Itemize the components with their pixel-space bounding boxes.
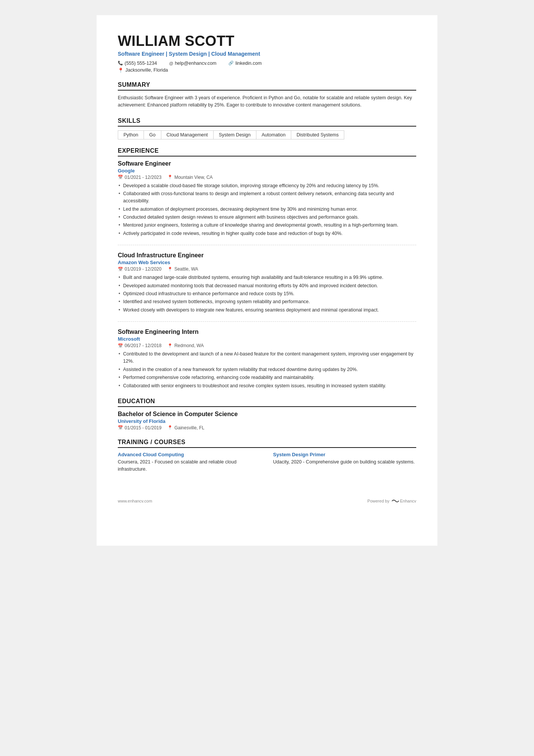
header-section: WILLIAM SCOTT Software Engineer | System… [118, 33, 416, 73]
course-title: Advanced Cloud Computing [118, 452, 261, 457]
calendar-icon: 📅 [118, 267, 123, 272]
experience-item: Software EngineerGoogle 📅 01/2021 - 12/2… [118, 160, 416, 246]
calendar-icon: 📅 [118, 175, 123, 180]
contact-row: 📞 (555) 555-1234 @ help@enhancv.com 🔗 li… [118, 61, 416, 66]
powered-by-label: Powered by [367, 499, 389, 503]
bullet-item: Optimized cloud infrastructure to enhanc… [118, 290, 416, 297]
bullet-item: Developed a scalable cloud-based file st… [118, 182, 416, 189]
footer-website: www.enhancv.com [118, 499, 152, 503]
experience-section: EXPERIENCE Software EngineerGoogle 📅 01/… [118, 147, 416, 390]
skills-row: PythonGoCloud ManagementSystem DesignAut… [118, 130, 416, 139]
training-section: TRAINING / COURSES Advanced Cloud Comput… [118, 439, 416, 473]
phone-number: (555) 555-1234 [125, 61, 157, 66]
edu-dates: 📅 01/2015 - 01/2019 [118, 425, 161, 430]
skill-tag: Cloud Management [161, 130, 214, 139]
skill-tag: Python [118, 130, 144, 139]
skill-tag: Distributed Systems [291, 130, 344, 139]
summary-heading: SUMMARY [118, 81, 416, 91]
experience-container: Software EngineerGoogle 📅 01/2021 - 12/2… [118, 160, 416, 390]
candidate-title: Software Engineer | System Design | Clou… [118, 51, 416, 57]
experience-heading: EXPERIENCE [118, 147, 416, 157]
job-title: Cloud Infrastructure Engineer [118, 252, 416, 259]
training-heading: TRAINING / COURSES [118, 439, 416, 448]
email-address: help@enhancv.com [175, 61, 217, 66]
course-item: System Design PrimerUdacity, 2020 - Comp… [273, 452, 416, 473]
job-location: 📍 Redmond, WA [167, 343, 204, 348]
job-location: 📍 Seattle, WA [167, 266, 198, 272]
linkedin-contact: 🔗 linkedin.com [228, 61, 261, 66]
calendar-icon: 📅 [118, 425, 123, 430]
footer: www.enhancv.com Powered by Enhancv [118, 495, 416, 504]
pin-icon: 📍 [167, 343, 173, 348]
company-name: Amazon Web Services [118, 260, 416, 265]
job-title: Software Engineer [118, 160, 416, 167]
location-icon: 📍 [118, 67, 124, 73]
enhancv-logo: Enhancv [392, 498, 416, 504]
bullet-item: Worked closely with developers to integr… [118, 307, 416, 314]
job-bullets: Developed a scalable cloud-based file st… [118, 182, 416, 238]
bullet-item: Assisted in the creation of a new framew… [118, 366, 416, 373]
location-text: Jacksonville, Florida [125, 67, 168, 73]
pin-icon: 📍 [167, 267, 173, 272]
job-location: 📍 Mountain View, CA [167, 175, 212, 180]
bullet-item: Contributed to the development and launc… [118, 351, 416, 365]
email-contact: @ help@enhancv.com [169, 61, 216, 66]
phone-icon: 📞 [118, 61, 123, 66]
job-meta: 📅 01/2021 - 12/2023 📍 Mountain View, CA [118, 175, 416, 180]
summary-section: SUMMARY Enthusiastic Software Engineer w… [118, 81, 416, 109]
linkedin-url: linkedin.com [235, 61, 261, 66]
company-name: Google [118, 168, 416, 174]
job-meta: 📅 06/2017 - 12/2018 📍 Redmond, WA [118, 343, 416, 348]
pin-icon: 📍 [167, 425, 173, 430]
job-title: Software Engineering Intern [118, 329, 416, 335]
skills-section: SKILLS PythonGoCloud ManagementSystem De… [118, 117, 416, 139]
course-description: Coursera, 2021 - Focused on scalable and… [118, 459, 261, 473]
bullet-item: Collaborated with cross-functional teams… [118, 190, 416, 205]
edu-school: University of Florida [118, 418, 416, 424]
courses-grid: Advanced Cloud ComputingCoursera, 2021 -… [118, 452, 416, 473]
bullet-item: Identified and resolved system bottlenec… [118, 298, 416, 305]
course-title: System Design Primer [273, 452, 416, 457]
pin-icon: 📍 [167, 175, 173, 180]
course-description: Udacity, 2020 - Comprehensive guide on b… [273, 459, 416, 466]
education-item: Bachelor of Science in Computer Science … [118, 411, 416, 430]
footer-brand: Powered by Enhancv [367, 498, 416, 504]
logo-svg [392, 498, 399, 504]
bullet-item: Actively participated in code reviews, r… [118, 230, 416, 237]
bullet-item: Collaborated with senior engineers to tr… [118, 382, 416, 390]
bullet-item: Mentored junior engineers, fostering a c… [118, 222, 416, 229]
candidate-name: WILLIAM SCOTT [118, 33, 416, 49]
summary-text: Enthusiastic Software Engineer with 3 ye… [118, 94, 416, 109]
edu-degree: Bachelor of Science in Computer Science [118, 411, 416, 418]
bullet-item: Developed automated monitoring tools tha… [118, 282, 416, 290]
job-bullets: Built and managed large-scale distribute… [118, 274, 416, 314]
location-row: 📍 Jacksonville, Florida [118, 67, 416, 73]
link-icon: 🔗 [228, 61, 234, 66]
email-icon: @ [169, 61, 173, 66]
job-meta: 📅 01/2019 - 12/2020 📍 Seattle, WA [118, 266, 416, 272]
education-container: Bachelor of Science in Computer Science … [118, 411, 416, 430]
resume-document: WILLIAM SCOTT Software Engineer | System… [97, 15, 437, 546]
bullet-item: Conducted detailed system design reviews… [118, 214, 416, 221]
bullet-item: Built and managed large-scale distribute… [118, 274, 416, 281]
job-dates: 📅 01/2021 - 12/2023 [118, 175, 161, 180]
education-heading: EDUCATION [118, 398, 416, 407]
skills-heading: SKILLS [118, 117, 416, 127]
experience-item: Cloud Infrastructure EngineerAmazon Web … [118, 252, 416, 322]
bullet-item: Led the automation of deployment process… [118, 206, 416, 213]
brand-name: Enhancv [400, 499, 416, 503]
edu-meta: 📅 01/2015 - 01/2019 📍 Gainesville, FL [118, 425, 416, 430]
job-dates: 📅 06/2017 - 12/2018 [118, 343, 161, 348]
company-name: Microsoft [118, 336, 416, 342]
job-bullets: Contributed to the development and launc… [118, 351, 416, 390]
course-item: Advanced Cloud ComputingCoursera, 2021 -… [118, 452, 261, 473]
edu-location: 📍 Gainesville, FL [167, 425, 204, 430]
education-section: EDUCATION Bachelor of Science in Compute… [118, 398, 416, 430]
skill-tag: System Design [213, 130, 256, 139]
bullet-item: Performed comprehensive code refactoring… [118, 374, 416, 381]
skill-tag: Automation [256, 130, 291, 139]
calendar-icon: 📅 [118, 343, 123, 348]
skill-tag: Go [144, 130, 161, 139]
experience-item: Software Engineering InternMicrosoft 📅 0… [118, 329, 416, 390]
phone-contact: 📞 (555) 555-1234 [118, 61, 157, 66]
